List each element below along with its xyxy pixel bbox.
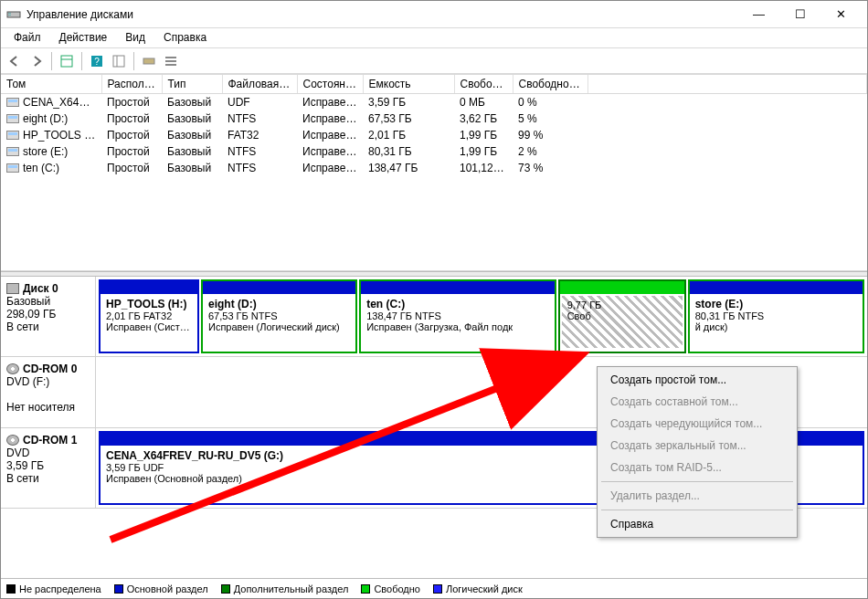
cell: 0 МБ	[454, 94, 513, 111]
cd-icon	[6, 363, 19, 374]
cell: 101,12 ГБ	[454, 160, 513, 176]
cd1-title: CD-ROM 1	[23, 434, 77, 447]
cd1-size: 3,59 ГБ	[6, 459, 44, 472]
ctx-create-spanned: Создать составной том...	[599, 391, 795, 413]
back-button[interactable]	[5, 51, 25, 71]
partition-store[interactable]: store (E:) 80,31 ГБ NTFS й диск)	[688, 279, 864, 353]
legend-free: Свободно	[361, 583, 420, 594]
list-button[interactable]	[161, 51, 181, 71]
maximize-button[interactable]: ☐	[779, 1, 820, 28]
legend: Не распределена Основной раздел Дополнит…	[1, 578, 867, 598]
menu-file[interactable]: Файл	[5, 28, 50, 47]
disk0-header[interactable]: Диск 0 Базовый 298,09 ГБ В сети	[1, 277, 96, 356]
col-free[interactable]: Свобод...	[454, 75, 513, 94]
svg-rect-10	[165, 57, 176, 58]
cell: 2 %	[513, 143, 587, 160]
ctx-separator	[601, 510, 793, 510]
ctx-delete: Удалить раздел...	[599, 485, 795, 507]
legend-primary: Основной раздел	[114, 583, 208, 594]
panel-button[interactable]	[109, 51, 129, 71]
forward-button[interactable]	[26, 51, 47, 71]
col-type[interactable]: Тип	[162, 75, 222, 94]
table-row[interactable]: ten (C:)ПростойБазовыйNTFSИсправен...138…	[1, 160, 867, 176]
cell: 2,01 ГБ	[363, 127, 454, 143]
partition-eight[interactable]: eight (D:) 67,53 ГБ NTFS Исправен (Логич…	[201, 279, 357, 353]
cd-icon	[6, 435, 19, 446]
svg-rect-3	[61, 56, 72, 67]
svg-rect-2	[8, 15, 11, 16]
menubar: Файл Действие Вид Справка	[1, 28, 867, 48]
svg-rect-12	[165, 64, 176, 66]
window-title: Управление дисками	[26, 8, 738, 21]
cd1-header[interactable]: CD-ROM 1 DVD 3,59 ГБ В сети	[1, 428, 96, 508]
part-title: ten (C:)	[366, 298, 549, 310]
col-free-pct[interactable]: Свободно %	[513, 75, 587, 94]
ctx-create-mirror: Создать зеркальный том...	[599, 435, 795, 457]
cell: 3,62 ГБ	[454, 110, 513, 127]
table-row[interactable]: eight (D:)ПростойБазовыйNTFSИсправен...6…	[1, 110, 867, 127]
volume-icon	[6, 147, 19, 156]
cell: Исправен...	[297, 127, 363, 143]
close-button[interactable]: ✕	[820, 1, 862, 28]
svg-rect-9	[143, 58, 154, 64]
minimize-button[interactable]: —	[738, 1, 779, 28]
cell: Простой	[101, 127, 162, 143]
cell: Базовый	[162, 160, 222, 176]
cell: 73 %	[513, 160, 587, 176]
ctx-create-simple[interactable]: Создать простой том...	[599, 369, 795, 391]
col-capacity[interactable]: Емкость	[363, 75, 454, 94]
cd1-status: В сети	[6, 472, 39, 485]
ctx-help[interactable]: Справка	[599, 513, 795, 535]
part-title: store (E:)	[695, 298, 857, 310]
cell: UDF	[222, 94, 297, 111]
menu-help[interactable]: Справка	[154, 28, 216, 47]
volume-icon	[6, 131, 19, 140]
view-button[interactable]	[57, 51, 77, 71]
col-layout[interactable]: Располо...	[101, 75, 162, 94]
cell: Простой	[101, 143, 162, 160]
cell: Исправен...	[297, 160, 363, 176]
cell: 3,59 ГБ	[363, 94, 454, 111]
cell: store (E:)	[1, 143, 101, 160]
menu-action[interactable]: Действие	[50, 28, 117, 47]
cell: FAT32	[222, 127, 297, 143]
drive-button[interactable]	[139, 51, 159, 71]
cell: Простой	[101, 110, 162, 127]
table-row[interactable]: CENA_X64FRE...ПростойБазовыйUDFИсправен.…	[1, 94, 867, 111]
cell: HP_TOOLS (H:)	[1, 127, 101, 143]
svg-rect-7	[113, 56, 124, 67]
cell: 67,53 ГБ	[363, 110, 454, 127]
volume-icon	[6, 163, 19, 173]
col-volume[interactable]: Том	[1, 75, 101, 94]
disk-row-0: Диск 0 Базовый 298,09 ГБ В сети HP_TOOLS…	[1, 277, 867, 357]
help-button[interactable]: ?	[87, 51, 107, 71]
partition-hptools[interactable]: HP_TOOLS (H:) 2,01 ГБ FAT32 Исправен (Си…	[99, 279, 199, 353]
disk0-title: Диск 0	[23, 282, 58, 295]
cd0-header[interactable]: CD-ROM 0 DVD (F:) Нет носителя	[1, 357, 96, 427]
table-row[interactable]: HP_TOOLS (H:)ПростойБазовыйFAT32Исправен…	[1, 127, 867, 143]
cell: 80,31 ГБ	[363, 143, 454, 160]
cell: Простой	[101, 94, 162, 111]
col-status[interactable]: Состояние	[297, 75, 363, 94]
svg-rect-11	[165, 60, 176, 62]
ctx-separator	[601, 481, 793, 482]
svg-text:?: ?	[94, 57, 100, 67]
svg-rect-1	[8, 13, 11, 14]
toolbar: ?	[1, 48, 867, 74]
table-header-row: Том Располо... Тип Файловая с... Состоян…	[1, 75, 867, 94]
partition-free[interactable]: 9,77 ГБ Своб	[558, 279, 686, 353]
cell: Базовый	[162, 143, 222, 160]
disk0-status: В сети	[6, 321, 39, 333]
table-row[interactable]: store (E:)ПростойБазовыйNTFSИсправен...8…	[1, 143, 867, 160]
cell: NTFS	[222, 160, 297, 176]
partition-ten[interactable]: ten (C:) 138,47 ГБ NTFS Исправен (Загруз…	[359, 279, 556, 353]
col-fs[interactable]: Файловая с...	[222, 75, 297, 94]
menu-view[interactable]: Вид	[116, 28, 154, 47]
cell: Исправен...	[297, 94, 363, 111]
cell: CENA_X64FRE...	[1, 94, 101, 111]
cell: Исправен...	[297, 110, 363, 127]
cell: 5 %	[513, 110, 587, 127]
part-title: eight (D:)	[208, 298, 350, 310]
ctx-create-raid5: Создать том RAID-5...	[599, 457, 795, 478]
disk0-partitions: HP_TOOLS (H:) 2,01 ГБ FAT32 Исправен (Си…	[96, 277, 867, 356]
